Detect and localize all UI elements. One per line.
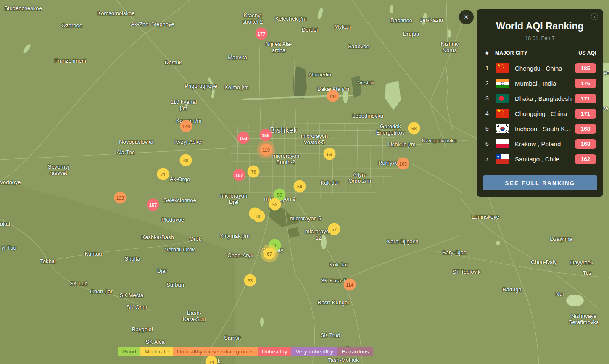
- aqi-station-marker[interactable]: 144: [327, 90, 339, 102]
- aqi-station-marker[interactable]: 76: [248, 166, 260, 178]
- terrain-shade: [0, 182, 235, 364]
- close-panel-button[interactable]: ✕: [459, 10, 474, 24]
- map-place-label: Shalta: [125, 256, 140, 262]
- aqi-badge: 162: [575, 154, 596, 164]
- map-place-label: SK Onor: [127, 304, 148, 310]
- city-grid: [230, 46, 400, 201]
- ranking-row[interactable]: 1Chengdu , China185: [477, 61, 603, 76]
- aqi-station-marker[interactable]: 71: [157, 168, 169, 180]
- ranking-rows: 1Chengdu , China1852Mumbai , India1763Dh…: [477, 61, 603, 166]
- aqi-station-marker[interactable]: 133: [114, 192, 127, 204]
- ranking-row[interactable]: 4Chongqing , China171: [477, 106, 603, 121]
- info-icon[interactable]: i: [591, 13, 598, 20]
- map-place-label: Drujba: [403, 31, 419, 37]
- aqi-station-marker[interactable]: 63: [244, 274, 256, 287]
- aqi-station-marker[interactable]: 53: [269, 198, 281, 211]
- legend-item: Unhealthy: [258, 347, 292, 356]
- rank-number: 4: [482, 110, 493, 117]
- close-icon: ✕: [464, 13, 469, 21]
- aqi-station-marker[interactable]: 57: [328, 223, 340, 235]
- aqi-station-marker[interactable]: 177: [256, 28, 268, 40]
- country-flag-china-icon: [496, 109, 509, 118]
- aqi-station-marker[interactable]: 58: [408, 122, 420, 135]
- city-name: Chengdu , China: [515, 65, 575, 72]
- map-place-label: Selekcionnoe: [163, 197, 196, 203]
- header-city: MAJOR CITY: [495, 50, 578, 56]
- aqi-station-marker[interactable]: 146: [180, 120, 192, 132]
- map-place-label: Alamedin: [308, 71, 331, 78]
- aqi-badge: 168: [575, 124, 596, 134]
- legend-item: Unhealthy for sensitive groups: [173, 347, 258, 356]
- aqi-station-marker[interactable]: 119: [260, 144, 272, 156]
- map-place-label: Krasnyi stroitel 2: [242, 12, 263, 25]
- ranking-row[interactable]: 7Santiago , Chile162: [477, 151, 603, 166]
- map-place-label: Sadovoe: [348, 43, 369, 50]
- map-place-label: Jer-Kazar: [420, 17, 443, 23]
- aqi-badge: 171: [575, 109, 596, 119]
- map-place-label: Djal: [157, 268, 166, 274]
- legend-item: Very unhealthy: [291, 347, 337, 356]
- panel-title: World AQI Ranking: [477, 21, 603, 32]
- world-aqi-ranking-panel: i World AQI Ranking 18:01, Feb 7 # MAJOR…: [477, 9, 603, 197]
- map-place-label: Kok-Jar: [330, 261, 348, 268]
- aqi-legend: GoodModerateUnhealthy for sensitive grou…: [118, 347, 373, 356]
- country-flag-chile-icon: [496, 154, 509, 164]
- map-place-label: Kara-Djigach: [387, 238, 418, 245]
- map-place-label: Kolmo j/m: [224, 84, 249, 90]
- map-place-label: microrayon South-2: [272, 153, 299, 165]
- aqi-station-marker[interactable]: 66: [180, 154, 192, 166]
- country-flag-india-icon: [496, 79, 509, 88]
- map-place-label: Ak-Zhol Stepnoye: [131, 21, 174, 27]
- aqi-station-marker[interactable]: 80: [253, 210, 265, 222]
- aqi-badge: 168: [575, 139, 596, 149]
- aqi-station-marker[interactable]: 74: [206, 356, 218, 364]
- map-place-label: k: [218, 358, 221, 364]
- map-place-label: Maevka: [228, 54, 247, 61]
- map-place-label: Frunze imeni: [54, 58, 86, 64]
- country-flag-south-korea-icon: [496, 124, 509, 133]
- map-place-label: Nizhniy Norus: [441, 41, 459, 53]
- map-place-label: Nijnea Ala- archa: [266, 41, 292, 53]
- city-name: Chongqing , China: [515, 110, 575, 117]
- aqi-station-marker[interactable]: 163: [237, 132, 250, 144]
- map-place-label: SK Trud: [321, 332, 340, 338]
- map-place-label: Gorodok Énergetikov: [376, 123, 405, 136]
- map-place-label: Nur: [556, 291, 564, 297]
- aqi-station-marker[interactable]: 114: [344, 279, 356, 291]
- map-place-label: ST Teplovik: [453, 269, 481, 275]
- aqi-station-marker[interactable]: 59: [294, 180, 306, 193]
- map-place-label: akal: [0, 221, 10, 227]
- map-place-label: Raduga: [502, 286, 522, 293]
- rank-number: 6: [482, 140, 493, 147]
- map-place-label: Prigorognoye: [185, 83, 217, 89]
- ranking-row[interactable]: 6Krakow , Poland168: [477, 136, 603, 151]
- ranking-row[interactable]: 5Incheon , South K...168: [477, 121, 603, 136]
- aqi-station-marker[interactable]: 155: [260, 129, 272, 141]
- map-place-label: Ak-Orgo: [170, 176, 190, 182]
- aqi-station-marker[interactable]: 157: [147, 199, 159, 211]
- map-place-label: Lebedinovka: [352, 113, 383, 119]
- map-place-label: Vostok: [358, 79, 374, 86]
- map-place-label: Yntymak j/m: [219, 233, 250, 239]
- panel-timestamp: 18:01, Feb 7: [477, 35, 603, 41]
- country-flag-bangladesh-icon: [496, 94, 509, 103]
- rank-number: 5: [482, 125, 493, 132]
- see-full-ranking-button[interactable]: SEE FULL RANKING: [483, 175, 597, 190]
- map-place-label: Dzaiylma: [550, 236, 572, 242]
- rank-number: 3: [482, 95, 493, 102]
- map-place-label: Kashka-Bash: [141, 234, 174, 240]
- legend-item: Hazardous: [337, 347, 373, 356]
- map-place-label: ra: [603, 105, 608, 111]
- map-place-label: Leninskoye: [472, 214, 499, 220]
- ranking-row[interactable]: 3Dhaka , Bangladesh171: [477, 91, 603, 106]
- aqi-station-marker[interactable]: 67: [264, 248, 276, 260]
- ranking-row[interactable]: 2Mumbai , India176: [477, 76, 603, 91]
- city-name: Dhaka , Bangladesh: [515, 95, 575, 102]
- map-place-label: Tokbai: [40, 258, 56, 264]
- aqi-station-marker[interactable]: 69: [324, 148, 336, 160]
- map-place-label: Chon-Aryk: [227, 252, 253, 258]
- aqi-station-marker[interactable]: 105: [397, 158, 409, 170]
- map-place-label: Ozernoe: [61, 22, 82, 29]
- map-place-label: Sarban: [166, 282, 184, 288]
- aqi-station-marker[interactable]: 157: [233, 169, 245, 181]
